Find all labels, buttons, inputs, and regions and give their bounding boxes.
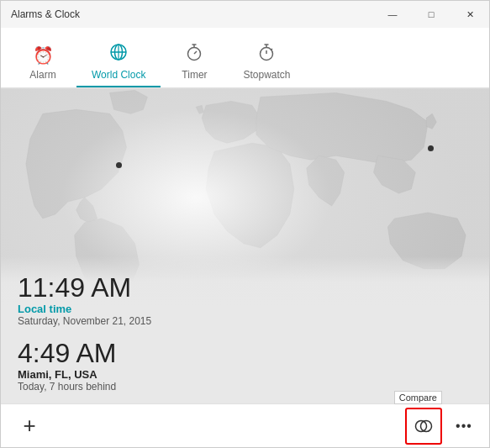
close-button[interactable]: ✕ xyxy=(450,1,489,28)
timer-icon xyxy=(185,43,203,66)
clocks-panel: 11:49 AM Local time Saturday, November 2… xyxy=(1,256,489,403)
clock-local-sub: Saturday, November 21, 2015 xyxy=(18,315,472,327)
clock-miami-name: Miami, FL, USA xyxy=(18,368,472,381)
tab-worldclock[interactable]: World Clock xyxy=(76,38,161,87)
location-dot-japan xyxy=(428,145,434,151)
stopwatch-label: Stopwatch xyxy=(243,69,290,81)
compare-tooltip: Compare xyxy=(394,391,442,404)
timer-label: Timer xyxy=(182,69,207,81)
alarm-label: Alarm xyxy=(29,69,55,81)
worldclock-label: World Clock xyxy=(92,69,145,81)
minimize-button[interactable]: — xyxy=(373,1,412,28)
alarm-icon: ⏰ xyxy=(33,45,54,66)
window-title: Alarms & Clock xyxy=(11,8,80,20)
compare-icon xyxy=(414,416,434,436)
clock-local: 11:49 AM Local time Saturday, November 2… xyxy=(18,273,472,327)
clock-local-name: Local time xyxy=(18,303,472,315)
tab-alarm[interactable]: ⏰ Alarm xyxy=(9,40,76,87)
window-controls: — □ ✕ xyxy=(373,1,489,28)
app-window: Alarms & Clock — □ ✕ ⏰ Alarm World Clock xyxy=(0,0,490,448)
tab-bar: ⏰ Alarm World Clock xyxy=(1,28,489,88)
more-button[interactable]: ••• xyxy=(445,408,482,445)
bottom-bar: + Compare ••• xyxy=(1,403,489,447)
worldclock-icon xyxy=(109,43,128,66)
clock-local-time: 11:49 AM xyxy=(18,273,472,303)
stopwatch-icon xyxy=(257,43,276,66)
svg-line-7 xyxy=(194,51,197,54)
clock-miami-time: 4:49 AM xyxy=(18,339,472,368)
add-button[interactable]: + xyxy=(11,408,48,445)
title-bar: Alarms & Clock — □ ✕ xyxy=(1,1,489,28)
compare-button-container: Compare xyxy=(405,408,442,445)
tab-timer[interactable]: Timer xyxy=(161,38,228,87)
compare-button[interactable] xyxy=(405,408,442,445)
tab-stopwatch[interactable]: Stopwatch xyxy=(228,38,305,87)
main-content: 11:49 AM Local time Saturday, November 2… xyxy=(1,88,489,403)
maximize-button[interactable]: □ xyxy=(412,1,450,28)
clock-miami: 4:49 AM Miami, FL, USA Today, 7 hours be… xyxy=(18,339,472,393)
location-dot-local xyxy=(116,162,122,168)
